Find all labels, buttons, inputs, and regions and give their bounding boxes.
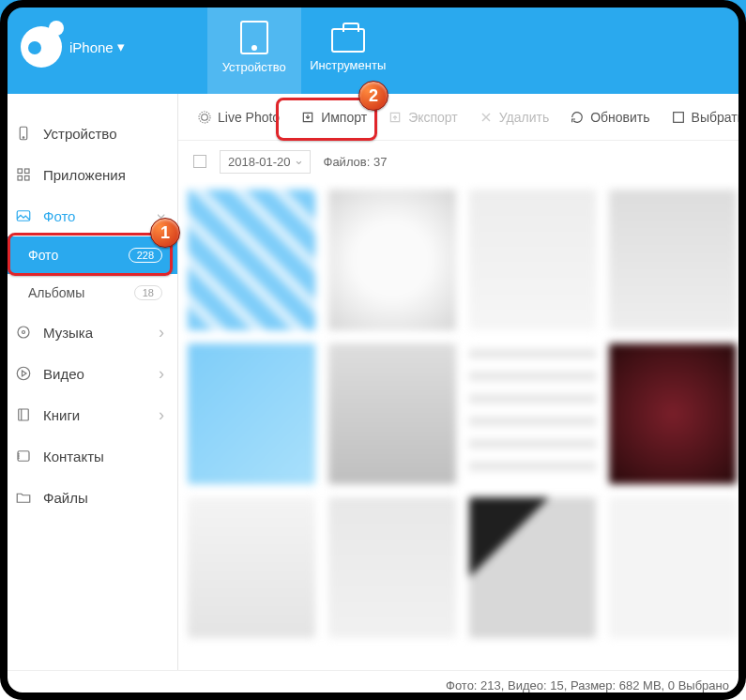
delete-icon (479, 110, 494, 125)
date-value: 2018-01-20 (228, 155, 291, 169)
chevron-down-icon: ▾ (117, 38, 125, 55)
photo-icon (15, 207, 32, 224)
svg-point-17 (199, 112, 210, 123)
sidebar-item-device[interactable]: Устройство (0, 113, 177, 154)
grid-icon (15, 166, 32, 183)
thumbnail[interactable] (188, 343, 315, 484)
sidebar-item-books[interactable]: Книги (0, 394, 177, 435)
toolbar-label: Экспорт (408, 110, 458, 125)
device-icon (15, 125, 32, 142)
import-icon (300, 110, 315, 125)
svg-point-16 (202, 114, 208, 120)
sidebar-label: Видео (43, 366, 84, 382)
svg-point-13 (18, 453, 19, 454)
thumbnail[interactable] (188, 190, 315, 330)
header-tabs: Устройство Инструменты (207, 0, 395, 94)
toolbar-label: Удалить (499, 110, 549, 125)
tab-device[interactable]: Устройство (207, 0, 301, 94)
sidebar-sublabel: Фото (28, 248, 58, 263)
svg-point-9 (17, 367, 30, 380)
status-bar: Фото: 213, Видео: 15, Размер: 682 MB, 0 … (0, 670, 746, 700)
refresh-icon (570, 110, 585, 125)
contacts-icon (15, 448, 32, 464)
sidebar-item-apps[interactable]: Приложения (0, 154, 177, 195)
sidebar-item-files[interactable]: Файлы (0, 477, 177, 518)
live-photo-icon (197, 110, 212, 125)
select-all-button[interactable]: Выбрать все (662, 104, 746, 130)
svg-point-8 (23, 331, 25, 334)
toolbar-label: Live Photo (218, 110, 280, 125)
file-count-label: Файлов: 37 (324, 155, 388, 169)
tab-tools-label: Инструменты (310, 58, 386, 72)
sidebar-item-video[interactable]: Видео (0, 353, 177, 394)
tab-device-label: Устройство (222, 60, 286, 74)
music-icon (15, 324, 32, 341)
tab-tools[interactable]: Инструменты (301, 0, 395, 94)
svg-point-1 (23, 137, 24, 139)
annotation-badge-1: 1 (150, 218, 180, 248)
header: iPhone ▾ Устройство Инструменты (0, 0, 746, 94)
sidebar-subitem-photo[interactable]: Фото 228 (0, 236, 177, 274)
svg-point-14 (18, 456, 19, 457)
device-label: iPhone (69, 39, 114, 55)
app-logo-icon (21, 26, 62, 68)
sidebar-sublabel: Альбомы (28, 285, 84, 300)
refresh-button[interactable]: Обновить (560, 104, 659, 130)
sidebar-label: Музыка (43, 325, 93, 341)
video-icon (15, 365, 32, 382)
thumbnail[interactable] (609, 497, 737, 638)
date-dropdown[interactable]: 2018-01-20 (220, 150, 311, 174)
toolbar-label: Обновить (590, 110, 649, 125)
sidebar-label: Устройство (43, 126, 116, 142)
svg-rect-10 (19, 409, 29, 420)
sidebar: Устройство Приложения Фото Фото 228 Альб… (0, 94, 178, 670)
checkbox-icon (671, 110, 686, 125)
toolbar: Live Photo Импорт Экспорт Удалить Обнови… (178, 94, 746, 141)
thumbnail[interactable] (609, 190, 737, 330)
sidebar-label: Приложения (43, 167, 126, 183)
svg-rect-4 (18, 176, 23, 181)
device-selector[interactable]: iPhone ▾ (0, 0, 142, 94)
count-pill: 228 (129, 248, 162, 263)
tablet-icon (240, 21, 268, 54)
export-button[interactable]: Экспорт (378, 104, 467, 130)
svg-rect-20 (673, 112, 683, 122)
annotation-badge-2: 2 (358, 81, 388, 111)
sidebar-subitem-albums[interactable]: Альбомы 18 (0, 274, 177, 312)
sidebar-item-music[interactable]: Музыка (0, 312, 177, 353)
sidebar-label: Фото (43, 208, 75, 224)
svg-rect-6 (17, 211, 30, 221)
delete-button[interactable]: Удалить (469, 104, 558, 130)
thumbnail-grid (178, 182, 746, 670)
book-icon (15, 406, 32, 423)
count-pill: 18 (134, 285, 162, 300)
status-text: Фото: 213, Видео: 15, Размер: 682 MB, 0 … (446, 678, 729, 692)
svg-rect-2 (18, 169, 23, 174)
sidebar-label: Файлы (43, 490, 88, 506)
svg-rect-5 (25, 176, 30, 181)
select-all-checkbox[interactable] (193, 155, 206, 168)
live-photo-button[interactable]: Live Photo (188, 104, 289, 130)
svg-rect-3 (25, 169, 30, 174)
briefcase-icon (331, 28, 365, 53)
thumbnail[interactable] (469, 497, 597, 638)
thumbnail[interactable] (469, 343, 597, 484)
thumbnail[interactable] (188, 497, 315, 638)
sidebar-label: Контакты (43, 449, 104, 464)
svg-point-7 (18, 327, 29, 338)
folder-icon (15, 489, 32, 506)
export-icon (388, 110, 403, 125)
thumbnail[interactable] (609, 343, 737, 484)
toolbar-label: Импорт (321, 110, 367, 125)
thumbnail[interactable] (328, 343, 456, 484)
svg-point-15 (18, 458, 19, 459)
filter-row: 2018-01-20 Файлов: 37 (178, 141, 746, 182)
thumbnail[interactable] (328, 190, 456, 330)
sidebar-label: Книги (43, 407, 80, 423)
sidebar-item-contacts[interactable]: Контакты (0, 435, 177, 477)
toolbar-label: Выбрать все (692, 110, 746, 125)
thumbnail[interactable] (328, 497, 456, 638)
svg-rect-12 (18, 451, 29, 462)
thumbnail[interactable] (469, 190, 597, 330)
app-window: iPhone ▾ Устройство Инструменты Устройст… (0, 0, 746, 700)
